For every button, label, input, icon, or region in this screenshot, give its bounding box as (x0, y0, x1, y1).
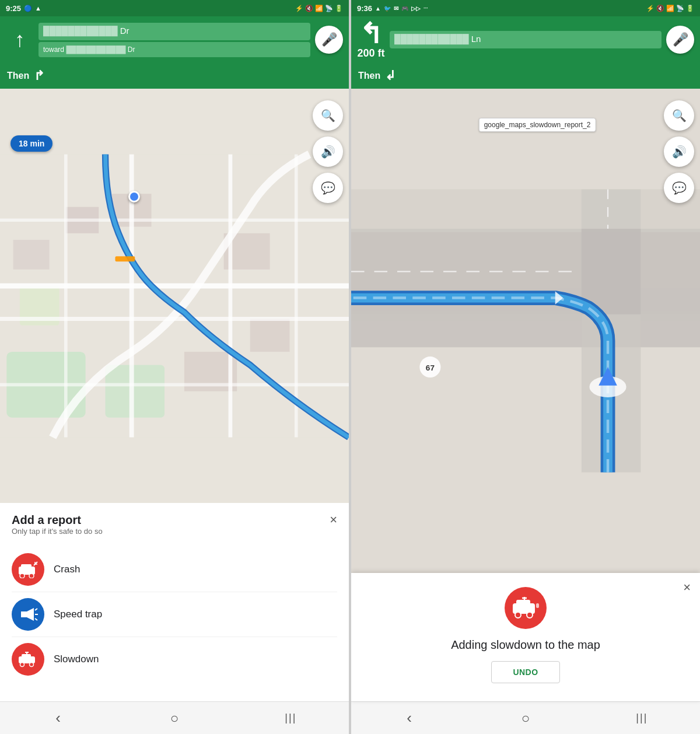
battery-icon: 🔋 (335, 5, 343, 12)
slowdown-message: Adding slowdown to the map (451, 638, 600, 652)
recent-button-2[interactable]: ||| (624, 707, 659, 730)
nav-street-1: ████████████ Dr (38, 23, 310, 40)
eta-chip: 18 min (10, 135, 52, 152)
slowdown-label: Slowdown (54, 653, 99, 665)
status-icons-2: ⚡ 🔇 📶 📡 🔋 (646, 5, 694, 12)
signal-icon-2: 📡 (676, 5, 684, 12)
wifi-icon: 📶 (315, 5, 323, 12)
status-bar-2: 9:36 ▲ 🐦 ✉ 🎮 ▷▷ ··· ⚡ 🔇 📶 📡 🔋 (351, 0, 700, 16)
tooltip-text-2: google_maps_slowdown_report_2 (484, 121, 591, 129)
bottom-sheet-1: Add a report Only tap if it's safe to do… (0, 503, 349, 701)
nav-info-2: ████████████ Ln (390, 31, 662, 48)
nav-header-2: ↰ 200 ft ████████████ Ln 🎤 (351, 16, 700, 63)
sheet-subtitle-1: Only tap if it's safe to do so (12, 527, 103, 536)
map-area-1[interactable]: 18 min 🔍 🔊 💬 (0, 89, 349, 503)
then-label-2: Then (358, 71, 380, 81)
search-fab-1[interactable]: 🔍 (313, 100, 343, 131)
then-banner-2: Then ↲ (351, 63, 700, 89)
then-label-1: Then (7, 71, 29, 81)
slowdown-panel: × Adding slowdown to the map UNDO (351, 573, 700, 701)
speedtrap-label: Speed trap (54, 609, 102, 620)
recent-button-1[interactable]: ||| (273, 707, 308, 730)
map-roads-1 (0, 89, 349, 503)
home-button-1[interactable]: ○ (157, 707, 192, 730)
feedback-fab-2[interactable]: 💬 (664, 173, 694, 203)
status-icons-1: ⚡ 🔇 📶 📡 🔋 (295, 5, 343, 12)
time-2: 9:36 (357, 4, 372, 13)
then-arrow-1: ↱ (34, 68, 44, 83)
status-time-2: 9:36 ▲ 🐦 ✉ 🎮 ▷▷ ··· (357, 4, 428, 13)
position-indicator (128, 191, 140, 202)
close-button-2[interactable]: × (683, 580, 691, 595)
svg-rect-7 (13, 240, 50, 270)
map-tooltip-2: google_maps_slowdown_report_2 (479, 118, 596, 132)
nav-toward-1: toward ████████████ Dr (38, 42, 310, 57)
mic-button-2[interactable]: 🎤 (666, 26, 694, 54)
then-banner-1: Then ↱ (0, 63, 349, 89)
mic-icon-1: 🎤 (321, 32, 337, 47)
map-bg-2: 67 google_maps_slowdown (351, 89, 700, 573)
bluetooth-icon: ⚡ (295, 5, 303, 12)
nav-direction-1: ↑ (6, 29, 34, 50)
home-button-2[interactable]: ○ (508, 707, 543, 730)
svg-text:67: 67 (426, 363, 435, 372)
feedback-icon-2: 💬 (672, 181, 687, 195)
wifi-icon-2: 📶 (666, 5, 674, 12)
battery-icon-2: 🔋 (686, 5, 694, 12)
panel-2: 9:36 ▲ 🐦 ✉ 🎮 ▷▷ ··· ⚡ 🔇 📶 📡 🔋 ↰ 200 (349, 0, 700, 734)
svg-rect-58 (536, 603, 539, 608)
status-bar-1: 9:25 🔵 ▲ ⚡ 🔇 📶 📡 🔋 (0, 0, 349, 16)
report-item-crash[interactable]: Crash (12, 547, 337, 592)
then-arrow-2: ↲ (385, 68, 396, 83)
close-button-1[interactable]: × (330, 513, 337, 526)
bottom-nav-2: ‹ ○ ||| (351, 701, 700, 734)
svg-line-30 (35, 618, 37, 620)
sheet-header-1: Add a report Only tap if it's safe to do… (12, 513, 337, 545)
back-button-1[interactable]: ‹ (41, 707, 76, 730)
slowdown-icon (12, 643, 44, 676)
volume-icon-2: 🔊 (672, 145, 687, 159)
map-area-2[interactable]: 67 google_maps_slowdown (351, 89, 700, 573)
search-icon-1: 🔍 (321, 109, 335, 123)
sheet-title-1: Add a report (12, 513, 103, 527)
svg-rect-53 (516, 600, 530, 606)
fab-group-1: 🔍 🔊 💬 (313, 100, 343, 203)
svg-point-22 (29, 574, 34, 578)
svg-point-21 (20, 574, 24, 578)
report-item-slowdown[interactable]: Slowdown (12, 637, 337, 681)
back-button-2[interactable]: ‹ (392, 707, 427, 730)
nav-direction-2: ↰ 200 ft (357, 20, 385, 60)
feedback-fab-1[interactable]: 💬 (313, 173, 343, 203)
mic-icon-2: 🎤 (673, 32, 688, 47)
signal-icon: 📡 (325, 5, 333, 12)
search-fab-2[interactable]: 🔍 (664, 100, 694, 131)
svg-point-33 (20, 663, 24, 667)
volume-fab-2[interactable]: 🔊 (664, 137, 694, 167)
svg-line-23 (34, 562, 37, 565)
svg-rect-8 (250, 319, 290, 351)
nav-header-1: ↑ ████████████ Dr toward ████████████ Dr… (0, 16, 349, 63)
fab-group-2: 🔍 🔊 💬 (664, 100, 694, 203)
map-bg-1: 18 min 🔍 🔊 💬 (0, 89, 349, 503)
report-item-speedtrap[interactable]: Speed trap (12, 592, 337, 637)
nav-info-1: ████████████ Dr toward ████████████ Dr (38, 23, 310, 57)
svg-line-28 (35, 609, 37, 610)
mute-icon: 🔇 (305, 5, 313, 12)
speedtrap-icon (12, 598, 44, 631)
feedback-icon-1: 💬 (321, 181, 335, 195)
time-1: 9:25 (6, 4, 21, 13)
svg-rect-32 (22, 654, 31, 659)
svg-rect-20 (21, 564, 32, 569)
volume-fab-1[interactable]: 🔊 (313, 137, 343, 167)
sheet-title-group: Add a report Only tap if it's safe to do… (12, 513, 103, 545)
volume-icon-1: 🔊 (321, 145, 335, 159)
svg-point-54 (515, 612, 521, 618)
mute-icon-2: 🔇 (656, 5, 664, 12)
undo-button[interactable]: UNDO (491, 661, 559, 683)
slowdown-report-icon (505, 587, 547, 629)
crash-label: Crash (54, 564, 80, 575)
bluetooth-icon-2: ⚡ (646, 5, 654, 12)
nav-street-2: ████████████ Ln (390, 31, 662, 48)
mic-button-1[interactable]: 🎤 (315, 26, 343, 54)
svg-point-34 (30, 663, 34, 667)
